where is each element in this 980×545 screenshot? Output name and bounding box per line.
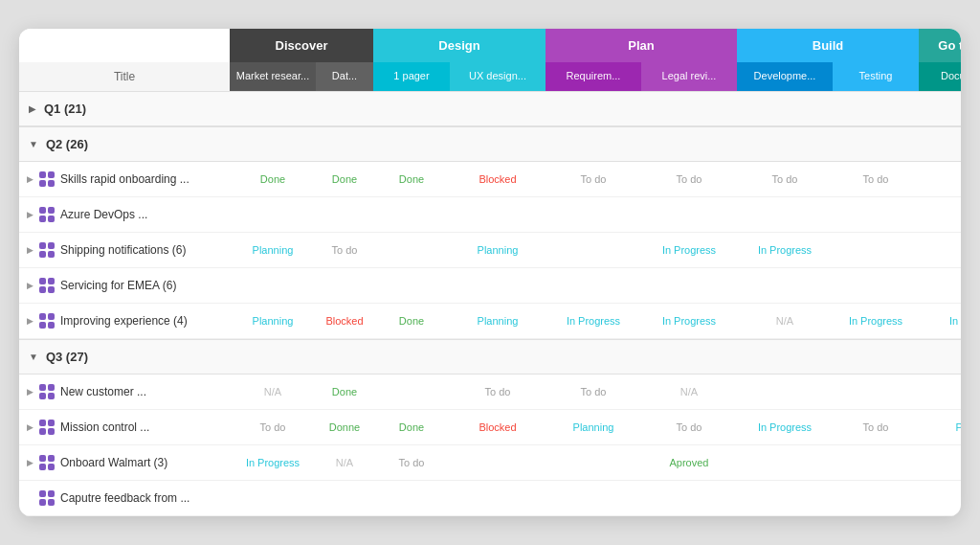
- sub-header-1pager: 1 pager: [373, 62, 450, 91]
- cell-ship-0: Planning: [230, 233, 316, 268]
- cell-serv-1: [316, 268, 373, 304]
- cell-wm-2: To do: [373, 445, 450, 481]
- cell-cap-0: [230, 481, 316, 516]
- group-q2[interactable]: ▼ Q2 (26): [19, 126, 961, 162]
- row-title-skills: ▶ Skills rapid onboarding ...: [19, 162, 230, 197]
- row-title-text-improving: Improving experience (4): [60, 314, 188, 328]
- cell-mc-3: Blocked: [450, 410, 546, 445]
- row-chevron-icon[interactable]: ▶: [27, 245, 33, 255]
- cell-skills-4: To do: [546, 162, 641, 197]
- cell-cap-6: [737, 481, 833, 516]
- cell-nc-8: [919, 375, 961, 410]
- cell-mc-7: To do: [833, 410, 919, 445]
- cell-serv-8: [919, 268, 961, 304]
- cell-ship-1: To do: [316, 233, 373, 268]
- cell-mc-8: Planning: [919, 410, 961, 445]
- row-chevron-icon[interactable]: ▶: [27, 174, 33, 184]
- phase-build: Build: [737, 29, 919, 62]
- row-chevron-icon[interactable]: ▶: [27, 281, 33, 290]
- cell-imp-3: Planning: [450, 304, 546, 339]
- cell-ship-4: [546, 233, 641, 268]
- row-title-shipping: ▶ Shipping notifications (6): [19, 233, 230, 268]
- cell-ship-2: [373, 233, 450, 268]
- cell-azure-3: [450, 197, 546, 233]
- row-title-mission: ▶ Mission control ...: [19, 410, 230, 445]
- row-icon-azure: [39, 207, 55, 222]
- phase-build-label: Build: [813, 38, 844, 53]
- sub-header-market-research: Market resear...: [230, 62, 316, 91]
- row-title-text-azure: Azure DevOps ...: [60, 208, 147, 221]
- row-title-azure: ▶ Azure DevOps ...: [19, 197, 230, 233]
- cell-azure-6: [737, 197, 833, 233]
- row-chevron-icon[interactable]: ▶: [27, 210, 33, 219]
- cell-mc-2: Done: [373, 410, 450, 445]
- cell-azure-7: [833, 197, 919, 233]
- row-icon-mission: [39, 420, 55, 435]
- cell-cap-5: [641, 481, 737, 516]
- phase-plan-label: Plan: [628, 38, 654, 53]
- cell-azure-2: [373, 197, 450, 233]
- cell-nc-5: N/A: [641, 375, 737, 410]
- cell-cap-2: [373, 481, 450, 516]
- cell-imp-7: In Progress: [833, 304, 919, 339]
- sub-header-documentation: Documentation: [919, 62, 961, 91]
- cell-wm-0: In Progress: [230, 445, 316, 481]
- cell-mc-1: Donne: [316, 410, 373, 445]
- cell-azure-8: [919, 197, 961, 233]
- row-title-text-capture: Caputre feedback from ...: [60, 491, 189, 505]
- row-icon-newcustomer: [39, 384, 55, 399]
- cell-skills-0: Done: [230, 162, 316, 197]
- cell-nc-1: Done: [316, 375, 373, 410]
- sub-header-testing: Testing: [833, 62, 919, 91]
- row-title-servicing: ▶ Servicing for EMEA (6): [19, 268, 230, 304]
- cell-skills-1: Done: [316, 162, 373, 197]
- sub-header-dat: Dat...: [316, 62, 373, 91]
- group-q3[interactable]: ▼ Q3 (27): [19, 339, 961, 375]
- cell-ship-6: In Progress: [737, 233, 833, 268]
- sub-header-title: Title: [19, 62, 230, 91]
- cell-cap-8: [919, 481, 961, 516]
- row-title-text-skills: Skills rapid onboarding ...: [60, 172, 189, 186]
- row-chevron-icon[interactable]: ▶: [27, 316, 33, 326]
- chevron-down-icon[interactable]: ▼: [29, 352, 38, 362]
- row-icon-skills: [39, 171, 55, 187]
- cell-azure-1: [316, 197, 373, 233]
- cell-serv-3: [450, 268, 546, 304]
- cell-wm-4: [546, 445, 641, 481]
- cell-cap-4: [546, 481, 641, 516]
- cell-serv-7: [833, 268, 919, 304]
- row-title-text-servicing: Servicing for EMEA (6): [60, 279, 176, 292]
- main-container: Discover Design Plan Build Go to Market …: [19, 29, 961, 516]
- cell-azure-0: [230, 197, 316, 233]
- cell-wm-6: [737, 445, 833, 481]
- chevron-down-icon[interactable]: ▼: [29, 139, 38, 149]
- cell-serv-2: [373, 268, 450, 304]
- row-chevron-icon[interactable]: ▶: [27, 422, 33, 432]
- cell-wm-1: N/A: [316, 445, 373, 481]
- cell-ship-3: Planning: [450, 233, 546, 268]
- cell-cap-1: [316, 481, 373, 516]
- cell-serv-0: [230, 268, 316, 304]
- cell-wm-8: [919, 445, 961, 481]
- cell-imp-2: Done: [373, 304, 450, 339]
- cell-imp-0: Planning: [230, 304, 316, 339]
- row-title-improving: ▶ Improving experience (4): [19, 304, 230, 339]
- group-q1[interactable]: ▶ Q1 (21): [19, 91, 961, 126]
- phase-plan: Plan: [546, 29, 737, 62]
- row-title-text-walmart: Onboard Walmart (3): [60, 456, 167, 469]
- header-title-spacer: [19, 29, 230, 62]
- row-icon-improving: [39, 313, 55, 329]
- cell-azure-5: [641, 197, 737, 233]
- group-q1-label: Q1 (21): [44, 102, 86, 116]
- cell-serv-5: [641, 268, 737, 304]
- row-title-capture: ▶ Caputre feedback from ...: [19, 481, 230, 516]
- group-q2-label: Q2 (26): [46, 137, 88, 151]
- phase-design: Design: [373, 29, 546, 62]
- group-q3-label: Q3 (27): [46, 350, 88, 364]
- cell-cap-3: [450, 481, 546, 516]
- chevron-right-icon[interactable]: ▶: [29, 103, 36, 114]
- row-title-text-newcustomer: New customer ...: [60, 385, 146, 398]
- row-chevron-icon[interactable]: ▶: [27, 458, 33, 467]
- row-chevron-icon[interactable]: ▶: [27, 387, 33, 397]
- cell-skills-6: To do: [737, 162, 833, 197]
